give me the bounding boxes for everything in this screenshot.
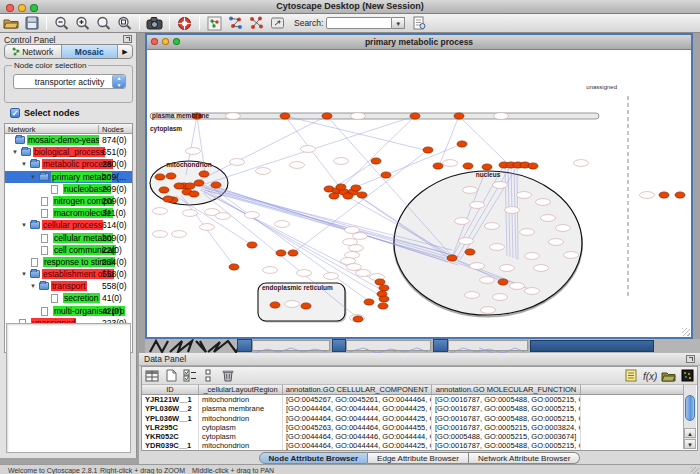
tab-network[interactable]: Network <box>5 45 62 58</box>
table-cell[interactable]: [GO:0016787, GO:0005215, GO:0003824, G..… <box>432 423 581 432</box>
zoom-in-icon[interactable] <box>74 15 91 31</box>
graph-node[interactable] <box>353 316 363 322</box>
graph-node[interactable] <box>288 250 298 256</box>
tree-row[interactable]: ▼primary metabo209(... <box>5 171 132 183</box>
graph-node[interactable] <box>659 192 669 198</box>
tree-row[interactable]: macromolecule311(0) <box>5 207 132 219</box>
tree-row[interactable]: nucleobase-209(0) <box>5 183 132 195</box>
help-ring-icon[interactable] <box>176 15 193 31</box>
graph-node[interactable] <box>174 183 184 189</box>
graph-node[interactable] <box>185 183 195 189</box>
graph-node[interactable] <box>336 184 346 190</box>
graph-node[interactable] <box>211 182 221 188</box>
table-row[interactable]: YDR039C__1mitochondrion[GO:0044464, GO:0… <box>142 441 683 450</box>
tab-edge-attribute-browser[interactable]: Edge Attribute Browser <box>368 452 469 464</box>
attribute-table[interactable]: ID_cellularLayoutRegionannotation.GO CEL… <box>142 385 683 450</box>
tree-row[interactable]: cell communicat22(0) <box>5 244 132 256</box>
save-icon[interactable] <box>23 15 40 31</box>
graph-node[interactable] <box>364 299 374 305</box>
network-frame-icon[interactable] <box>206 15 223 31</box>
graph-node[interactable] <box>329 193 339 199</box>
graph-node[interactable] <box>343 193 353 199</box>
graph-node[interactable] <box>357 192 367 198</box>
table-cell[interactable]: [GO:0016787, GO:0005488, GO:0005215, G..… <box>432 441 581 450</box>
tree-row-label[interactable]: biological_process <box>33 147 105 157</box>
unselect-attributes-icon[interactable] <box>201 369 216 383</box>
view-resize-grip[interactable] <box>682 328 690 336</box>
graph-node[interactable] <box>247 242 257 248</box>
tree-row[interactable]: secretion41(0) <box>5 292 132 304</box>
table-row[interactable]: YKR052Ccytoplasm[GO:0044464, GO:0044446,… <box>142 432 683 441</box>
tree-row-label[interactable]: mosaic-demo-yeast <box>27 135 99 145</box>
background-window-content[interactable] <box>448 340 528 351</box>
graph-node[interactable] <box>351 185 361 191</box>
graph-node[interactable] <box>163 196 173 202</box>
table-cell[interactable]: [GO:0044464, GO:0044444, GO:0044425, G..… <box>283 404 432 413</box>
layout-network-a-icon[interactable] <box>227 15 244 31</box>
table-cell[interactable]: YLR295C <box>142 423 199 432</box>
node-color-dropdown[interactable]: transporter activity ▲▼ <box>13 74 126 89</box>
table-row[interactable]: YPL036W__1mitochondrion[GO:0044464, GO:0… <box>142 414 683 423</box>
graph-node[interactable] <box>270 302 280 308</box>
graph-node[interactable] <box>454 113 464 119</box>
table-cell[interactable]: [GO:0044464, GO:0044444, GO:0044425, G..… <box>283 441 432 450</box>
column-header[interactable]: _cellularLayoutRegion <box>199 385 283 394</box>
graph-node[interactable] <box>463 163 473 169</box>
graph-node[interactable] <box>371 158 381 164</box>
snapshot-icon[interactable] <box>146 15 163 31</box>
tab-mosaic[interactable]: Mosaic <box>62 45 119 58</box>
table-cell[interactable]: mitochondrion <box>199 395 283 404</box>
graph-node[interactable] <box>166 173 176 179</box>
table-cell[interactable]: YDR039C__1 <box>142 441 199 450</box>
graph-node[interactable] <box>276 250 286 256</box>
tab-network-attribute-browser[interactable]: Network Attribute Browser <box>469 452 580 464</box>
graph-node[interactable] <box>482 164 492 170</box>
notes-icon[interactable] <box>623 369 638 383</box>
expander-icon[interactable]: ▼ <box>30 283 36 289</box>
search-input[interactable] <box>326 17 392 29</box>
graph-node[interactable] <box>457 141 467 147</box>
expander-icon[interactable]: ▼ <box>30 174 36 180</box>
tree-row[interactable]: mosaic-demo-yeast874(0) <box>5 134 132 146</box>
search-dropdown-icon[interactable]: ▼ <box>392 17 405 29</box>
attribute-table-icon[interactable] <box>144 369 159 383</box>
graph-node[interactable] <box>280 113 290 119</box>
table-vertical-scrollbar[interactable]: ▲ ▼ <box>683 385 696 449</box>
table-cell[interactable]: [GO:0016787, GO:0005488, GO:0005215, G..… <box>432 395 581 404</box>
background-window-titlebar[interactable] <box>530 340 654 352</box>
graph-node[interactable] <box>410 113 420 119</box>
tree-row[interactable]: ▼cellular process614(0) <box>5 219 132 231</box>
tree-row[interactable]: ▼metabolic process280(0) <box>5 158 132 170</box>
expander-icon[interactable]: ▼ <box>21 161 27 167</box>
table-row[interactable]: YJR121W__1mitochondrion[GO:0045267, GO:0… <box>142 395 683 404</box>
delete-attribute-icon[interactable] <box>220 369 235 383</box>
table-cell[interactable]: mitochondrion <box>199 414 283 423</box>
open-folder-icon[interactable] <box>2 15 19 31</box>
background-window-titlebar[interactable] <box>433 339 448 352</box>
tree-row[interactable]: response to stimulu264(0) <box>5 256 132 268</box>
expander-icon[interactable]: ▼ <box>21 222 27 228</box>
graph-node[interactable] <box>375 279 385 285</box>
graph-node[interactable] <box>465 249 475 255</box>
table-cell[interactable]: [GO:0016787, GO:0005488, GO:0005215, G..… <box>432 404 581 413</box>
layout-network-b-icon[interactable] <box>248 15 265 31</box>
tree-row[interactable]: multi-organism pro42(0) <box>5 305 132 317</box>
graph-node[interactable] <box>381 172 391 178</box>
table-cell[interactable]: cytoplasm <box>199 423 283 432</box>
table-cell[interactable]: [GO:0045267, GO:0045261, GO:0044464, G..… <box>283 395 432 404</box>
graph-node[interactable] <box>675 192 685 198</box>
tree-row[interactable]: cellular metabo209(0) <box>5 232 132 244</box>
scrollbar-thumb[interactable] <box>685 395 695 421</box>
new-attribute-icon[interactable] <box>163 369 178 383</box>
graph-node[interactable] <box>155 174 165 180</box>
tree-row-label[interactable]: cellular process <box>42 220 103 230</box>
table-row[interactable]: YPL036W__2plasma membrane[GO:0044464, GO… <box>142 404 683 413</box>
network-view-titlebar[interactable]: primary metabolic process <box>147 35 691 50</box>
graph-node[interactable] <box>189 191 199 197</box>
select-nodes-checkbox[interactable]: ✓ <box>10 108 20 118</box>
column-header[interactable]: ID <box>142 385 199 394</box>
background-window-titlebar[interactable] <box>237 339 252 352</box>
background-window-content[interactable] <box>252 340 330 351</box>
scroll-up-icon[interactable]: ▲ <box>684 428 696 438</box>
tab-scroll-right-icon[interactable]: ▶ <box>118 45 132 58</box>
